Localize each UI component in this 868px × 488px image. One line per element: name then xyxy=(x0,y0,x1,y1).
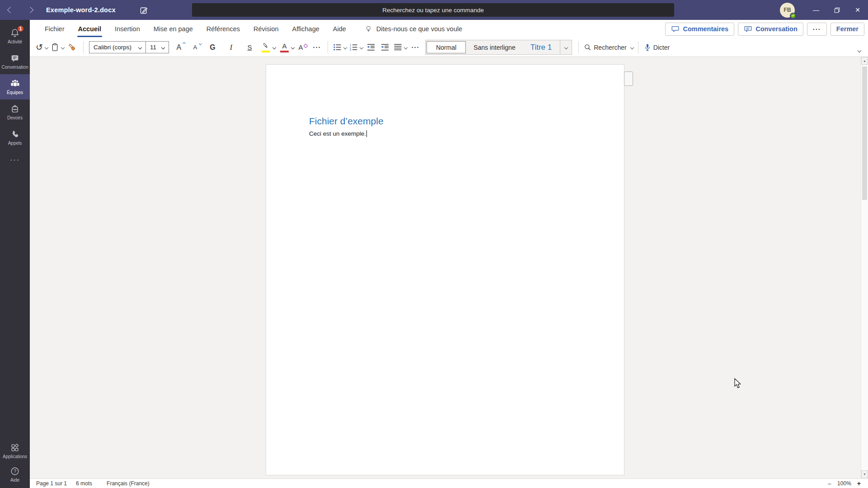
document-page[interactable]: Fichier d’exemple Ceci est un exemple. xyxy=(266,64,624,475)
tab-affichage[interactable]: Affichage xyxy=(286,20,326,38)
font-name-select[interactable]: Calibri (corps) xyxy=(89,42,145,53)
chevron-left-icon xyxy=(7,7,14,13)
scroll-up-button[interactable]: ▲ xyxy=(861,57,868,65)
comments-button[interactable]: Commentaires xyxy=(665,23,734,36)
sidebar-more-button[interactable]: ··· xyxy=(0,150,30,170)
shrink-font-button[interactable]: A xyxy=(188,41,202,54)
tab-references[interactable]: Références xyxy=(200,20,247,38)
zoom-out-button[interactable]: − xyxy=(827,480,831,488)
sidebar-item-assignments[interactable]: Devoirs xyxy=(0,99,30,125)
restore-button[interactable] xyxy=(826,0,847,20)
document-heading: Fichier d’exemple xyxy=(309,116,384,127)
sidebar-item-activity[interactable]: Activité 1 xyxy=(0,24,30,49)
tab-revision[interactable]: Révision xyxy=(247,20,286,38)
sidebar-item-calls[interactable]: Appels xyxy=(0,125,30,150)
highlight-button[interactable] xyxy=(260,41,272,54)
ribbon: Fichier Accueil Insertion Mise en page R… xyxy=(30,20,868,57)
italic-label: I xyxy=(230,43,233,52)
sidebar-item-apps[interactable]: Applications xyxy=(0,439,30,463)
tab-fichier[interactable]: Fichier xyxy=(38,20,71,38)
sidebar-item-help[interactable]: ? Aide xyxy=(0,463,30,486)
chevron-down-icon xyxy=(45,45,48,49)
tab-label: Affichage xyxy=(292,25,319,33)
close-document-button[interactable]: Fermer xyxy=(830,23,864,36)
chevron-down-icon xyxy=(404,45,408,49)
back-button[interactable] xyxy=(7,7,14,13)
restore-icon xyxy=(834,7,840,14)
tab-insertion[interactable]: Insertion xyxy=(108,20,147,38)
forward-button[interactable] xyxy=(27,7,33,13)
ribbon-more-button[interactable]: ··· xyxy=(807,23,827,36)
ribbon-toolbar: ↺ Calibri (corps) 1 xyxy=(30,38,868,57)
sidebar-item-label: Applications xyxy=(3,454,27,459)
presence-available-icon xyxy=(790,13,796,19)
avatar[interactable]: FB xyxy=(780,3,795,18)
minimize-button[interactable]: — xyxy=(806,0,826,20)
tab-label: Aide xyxy=(333,25,346,33)
tab-mise-en-page[interactable]: Mise en page xyxy=(147,20,200,38)
scroll-down-icon: ▼ xyxy=(863,473,866,476)
format-painter-button[interactable] xyxy=(67,41,78,54)
phone-icon xyxy=(10,129,20,139)
zoom-in-button[interactable]: + xyxy=(857,480,861,487)
teams-icon xyxy=(9,79,20,89)
italic-button[interactable]: I xyxy=(225,41,237,54)
chevron-down-icon xyxy=(630,45,633,49)
minimize-icon: — xyxy=(813,6,819,14)
font-size-select[interactable]: 11 xyxy=(145,42,169,53)
underline-button[interactable]: S xyxy=(244,41,255,54)
bold-button[interactable]: G xyxy=(207,41,218,54)
close-button[interactable]: ✕ xyxy=(847,0,868,20)
sidebar-item-chat[interactable]: Conversation xyxy=(0,49,30,74)
svg-text:3: 3 xyxy=(350,48,351,51)
format-painter-icon xyxy=(67,43,77,52)
grow-font-button[interactable]: A xyxy=(172,41,186,54)
tell-me-button[interactable]: Dites-nous ce que vous voule xyxy=(365,24,462,33)
eraser-diamond-icon xyxy=(304,43,308,48)
vertical-scrollbar[interactable]: ▲ ▼ xyxy=(861,57,868,479)
rename-button[interactable] xyxy=(139,5,149,15)
dictate-button[interactable]: Dicter xyxy=(643,41,672,54)
help-circle-icon: ? xyxy=(10,466,20,476)
rail-bottom: Applications ? Aide xyxy=(0,436,30,486)
font-more-button[interactable]: ··· xyxy=(311,41,323,54)
decrease-indent-button[interactable] xyxy=(366,41,377,54)
scroll-down-button[interactable]: ▼ xyxy=(861,470,868,478)
chevron-right-icon xyxy=(27,7,33,13)
alignment-button[interactable] xyxy=(394,41,407,54)
undo-button[interactable]: ↺ xyxy=(36,41,48,54)
scrollbar-thumb[interactable] xyxy=(862,66,867,200)
page-side-tab[interactable] xyxy=(624,71,633,86)
body-text: Ceci est un exemple. xyxy=(309,130,366,137)
sidebar-item-label: Aide xyxy=(10,478,19,483)
sidebar-item-label: Appels xyxy=(8,141,22,146)
conversation-label: Conversation xyxy=(755,25,798,33)
numbering-button[interactable]: 1 2 3 xyxy=(349,41,363,54)
more-icon: ··· xyxy=(10,156,20,164)
bullets-button[interactable] xyxy=(333,41,347,54)
comments-label: Commentaires xyxy=(683,25,728,33)
style-heading1[interactable]: Titre 1 xyxy=(522,40,560,54)
font-controls: Calibri (corps) 11 xyxy=(89,41,169,53)
font-color-button[interactable]: A xyxy=(279,41,290,54)
paste-button[interactable] xyxy=(51,41,64,54)
style-no-spacing[interactable]: Sans interligne xyxy=(467,40,522,54)
collapse-ribbon-button[interactable] xyxy=(858,49,861,52)
sidebar-item-teams[interactable]: Équipes xyxy=(0,74,30,99)
word-count: 6 mots xyxy=(76,480,92,487)
tab-aide[interactable]: Aide xyxy=(326,20,353,38)
styles-gallery-expand-button[interactable] xyxy=(560,40,572,54)
style-normal[interactable]: Normal xyxy=(427,41,466,53)
clear-formatting-button[interactable]: A xyxy=(297,41,309,54)
find-button[interactable]: Rechercher xyxy=(583,41,633,54)
tell-me-label: Dites-nous ce que vous voule xyxy=(376,25,462,33)
conversation-button[interactable]: Conversation xyxy=(738,23,803,36)
sidebar-item-label: Équipes xyxy=(7,90,23,95)
increase-indent-button[interactable] xyxy=(380,41,391,54)
tab-accueil[interactable]: Accueil xyxy=(71,20,108,38)
search-icon xyxy=(583,43,592,52)
tab-label: Révision xyxy=(253,25,279,33)
command-search-input[interactable] xyxy=(192,3,674,17)
page-count: Page 1 sur 1 xyxy=(36,480,67,487)
paragraph-more-button[interactable]: ··· xyxy=(410,41,421,54)
